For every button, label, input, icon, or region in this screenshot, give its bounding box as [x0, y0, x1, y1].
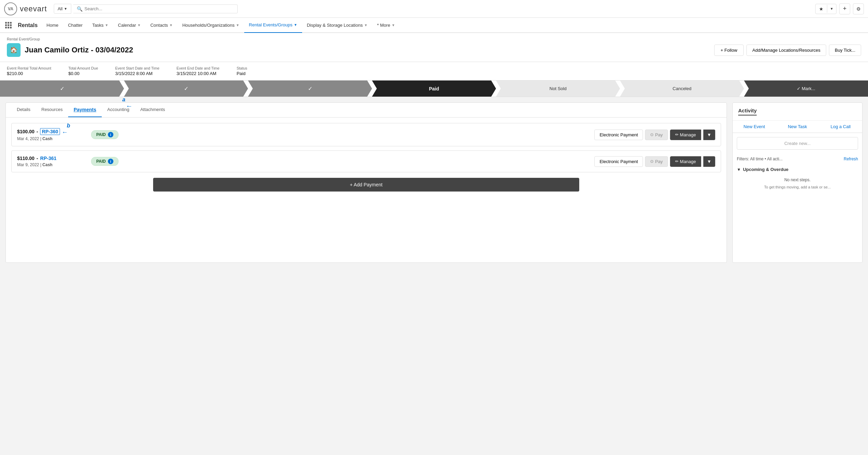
- search-input[interactable]: [85, 6, 234, 11]
- payment-2-info: $110.00 - RP-361 Mar 9, 2022 | Cash: [17, 156, 86, 167]
- logo-text: veevart: [20, 4, 47, 13]
- meta-total-amount-due: Total Amount Due $0.00: [68, 66, 98, 76]
- payment-2-manage-button[interactable]: ✏ Manage: [670, 156, 701, 167]
- meta-status: Status Paid: [237, 66, 247, 76]
- activity-actions: New Event New Task Log a Call: [733, 121, 862, 133]
- payment-item-1: $100.00 - RP-360 b ← Mar 4, 2022 | Cash: [11, 123, 721, 146]
- page-header: Rental Event/Group 🏠 Juan Camilo Ortiz -…: [0, 33, 868, 62]
- side-panel: Activity New Event New Task Log a Call C…: [732, 102, 863, 263]
- no-steps-text: No next steps.: [737, 175, 858, 185]
- app-logo[interactable]: VA veevart: [4, 2, 47, 15]
- payment-2-method: Cash: [42, 162, 52, 167]
- payment-1-manage-button[interactable]: ✏ Manage: [670, 130, 701, 140]
- pay-copy-icon: ⊙: [650, 132, 654, 137]
- pipeline-step-3[interactable]: ✓: [248, 81, 372, 97]
- nav-item-home[interactable]: Home: [42, 18, 63, 33]
- grid-menu-button[interactable]: [3, 18, 14, 33]
- main-nav: Rentals Home Chatter Tasks▼ Calendar▼ Co…: [0, 18, 868, 33]
- pipeline-step-not-sold[interactable]: Not Sold: [496, 81, 620, 97]
- annotation-a: a: [122, 97, 125, 103]
- add-manage-locations-button[interactable]: Add/Manage Locations/Resources: [746, 45, 826, 56]
- annotation-b: b: [67, 123, 70, 129]
- log-call-button[interactable]: Log a Call: [819, 121, 862, 133]
- settings-button[interactable]: ⚙: [853, 3, 864, 14]
- payment-1-info: $100.00 - RP-360 b ← Mar 4, 2022 | Cash: [17, 128, 86, 141]
- new-task-button[interactable]: New Task: [776, 121, 819, 133]
- pipeline-step-1[interactable]: ✓: [0, 81, 124, 97]
- payment-1-amount: $100.00: [17, 129, 35, 134]
- nav-item-calendar[interactable]: Calendar▼: [113, 18, 146, 33]
- payment-1-link[interactable]: RP-360: [40, 128, 60, 135]
- top-nav-actions: ★ ▼ + ⚙: [815, 3, 864, 14]
- payment-2-electronic-button[interactable]: Electronic Payment: [594, 156, 643, 167]
- follow-button[interactable]: + Follow: [714, 45, 744, 56]
- payment-2-date: Mar 9, 2022: [17, 162, 39, 167]
- all-dropdown[interactable]: All ▼: [54, 4, 71, 14]
- pay-copy-icon-2: ⊙: [650, 159, 654, 164]
- tab-payments[interactable]: Payments: [68, 103, 102, 117]
- check-icon-2: ✓: [184, 85, 188, 92]
- top-nav: VA veevart All ▼ 🔍 ★ ▼ + ⚙: [0, 0, 868, 18]
- nav-item-more[interactable]: * More▼: [372, 18, 400, 33]
- annotation-b-arrow: ←: [62, 129, 68, 136]
- households-chevron-icon: ▼: [236, 23, 239, 27]
- payment-2-info-icon[interactable]: i: [108, 159, 113, 164]
- filters-row: Filters: All time • All acti... Refresh: [733, 154, 862, 164]
- buy-tickets-button[interactable]: Buy Tick...: [829, 45, 861, 56]
- upcoming-chevron-icon: ▼: [737, 167, 741, 172]
- pipeline-step-paid[interactable]: Paid: [372, 81, 496, 97]
- payment-1-dash: -: [37, 129, 38, 134]
- nav-item-display-storage[interactable]: Display & Storage Locations▼: [302, 18, 372, 33]
- create-new-input[interactable]: Create new...: [737, 137, 858, 150]
- payment-2-date-method: Mar 9, 2022 | Cash: [17, 162, 86, 167]
- star-button[interactable]: ★ ▼: [815, 4, 836, 14]
- nav-item-tasks[interactable]: Tasks▼: [87, 18, 113, 33]
- pipeline-step-mark[interactable]: ✓ Mark...: [744, 81, 868, 97]
- contacts-chevron-icon: ▼: [169, 23, 173, 27]
- tab-details[interactable]: Details: [11, 103, 36, 117]
- payment-1-electronic-button[interactable]: Electronic Payment: [594, 130, 643, 140]
- payment-1-info-icon[interactable]: i: [108, 132, 113, 137]
- payment-2-dropdown-button[interactable]: ▼: [703, 156, 715, 167]
- new-event-button[interactable]: New Event: [733, 121, 776, 133]
- pencil-icon-1: ✏: [675, 132, 679, 137]
- add-payment-container: + Add Payment: [11, 178, 721, 192]
- meta-label-total-due: Total Amount Due: [68, 66, 98, 70]
- tab-attachments[interactable]: Attachments: [135, 103, 170, 117]
- payment-1-dropdown-button[interactable]: ▼: [703, 130, 715, 140]
- meta-label-event-rental: Event Rental Total Amount: [7, 66, 51, 70]
- payment-2-pay-button[interactable]: ⊙ Pay: [645, 156, 668, 167]
- nav-item-rental-events[interactable]: Rental Events/Groups▼: [244, 18, 302, 33]
- payment-1-amount-row: $100.00 - RP-360 b ←: [17, 128, 86, 135]
- payment-2-link[interactable]: RP-361: [40, 156, 56, 161]
- logo-circle: VA: [4, 2, 17, 15]
- nav-item-contacts[interactable]: Contacts▼: [146, 18, 177, 33]
- plus-button[interactable]: +: [839, 3, 850, 14]
- upcoming-header[interactable]: ▼ Upcoming & Overdue: [737, 167, 858, 172]
- tab-resources[interactable]: Resources: [36, 103, 68, 117]
- payment-1-pay-button[interactable]: ⊙ Pay: [645, 130, 668, 140]
- payment-2-amount: $110.00: [17, 156, 35, 161]
- record-icon: 🏠: [7, 43, 21, 57]
- nav-item-chatter[interactable]: Chatter: [63, 18, 87, 33]
- search-bar[interactable]: 🔍: [73, 4, 238, 13]
- nav-item-households[interactable]: Households/Organizations▼: [177, 18, 244, 33]
- annotation-a-arrow: ←: [126, 102, 133, 110]
- nav-items: Home Chatter Tasks▼ Calendar▼ Contacts▼ …: [42, 18, 400, 33]
- payment-2-pay-label: Pay: [655, 159, 662, 164]
- meta-label-start: Event Start Date and Time: [115, 66, 159, 70]
- check-icon-1: ✓: [60, 85, 64, 92]
- pipeline-step-2[interactable]: ✓: [124, 81, 248, 97]
- tasks-chevron-icon: ▼: [105, 23, 108, 27]
- main-panel: Details Resources Payments Accounting At…: [5, 102, 727, 263]
- nav-brand: Rentals: [14, 22, 42, 28]
- payment-2-amount-row: $110.00 - RP-361: [17, 156, 86, 161]
- add-payment-button[interactable]: + Add Payment: [153, 178, 579, 192]
- meta-value-start: 3/15/2022 8:00 AM: [115, 71, 159, 76]
- pipeline-step-canceled[interactable]: Canceled: [620, 81, 744, 97]
- refresh-button[interactable]: Refresh: [844, 157, 858, 161]
- meta-event-start: Event Start Date and Time 3/15/2022 8:00…: [115, 66, 159, 76]
- rental-chevron-icon: ▼: [294, 23, 297, 27]
- check-icon-3: ✓: [308, 85, 312, 92]
- payment-1-actions: Electronic Payment ⊙ Pay ✏ Manage ▼: [594, 130, 715, 140]
